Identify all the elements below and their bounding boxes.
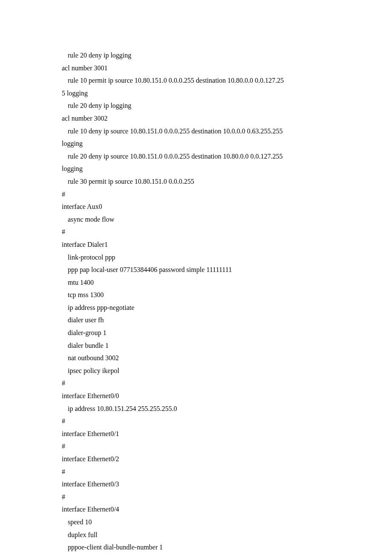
config-line: duplex full: [62, 529, 330, 541]
config-line: logging: [62, 162, 330, 175]
config-line: interface Dialer1: [62, 238, 330, 251]
config-line: rule 20 deny ip logging: [62, 99, 330, 112]
config-document: rule 20 deny ip loggingacl number 3001ru…: [0, 0, 392, 555]
config-line: dialer user fh: [62, 314, 330, 327]
config-line: interface Aux0: [62, 200, 330, 213]
config-line: acl number 3002: [62, 112, 330, 125]
config-line: #: [62, 188, 330, 201]
config-line: ip address 10.80.151.254 255.255.255.0: [62, 402, 330, 415]
config-line: speed 10: [62, 516, 330, 529]
config-line: ip address ppp-negotiate: [62, 301, 330, 314]
config-line: rule 20 deny ip source 10.80.151.0 0.0.0…: [62, 150, 330, 163]
config-line: ipsec policy ikepol: [62, 364, 330, 377]
config-line: #: [62, 491, 330, 503]
config-line: #: [62, 415, 330, 428]
config-line: acl number 3001: [62, 62, 330, 75]
config-line: rule 10 permit ip source 10.80.151.0 0.0…: [62, 74, 330, 87]
config-line: interface Ethernet0/1: [62, 428, 330, 440]
config-line: #: [62, 377, 330, 390]
config-line: mtu 1400: [62, 276, 330, 289]
config-line: async mode flow: [62, 213, 330, 226]
config-line: dialer bundle 1: [62, 339, 330, 352]
config-line: #: [62, 440, 330, 453]
config-line: interface Ethernet0/4: [62, 503, 330, 516]
config-line: interface Ethernet0/3: [62, 478, 330, 491]
config-line: #: [62, 225, 330, 238]
config-line: dialer-group 1: [62, 327, 330, 339]
config-line: rule 20 deny ip logging: [62, 49, 330, 62]
config-line: pppoe-client dial-bundle-number 1: [62, 541, 330, 554]
config-line: tcp mss 1300: [62, 289, 330, 301]
config-line: interface Ethernet0/0: [62, 390, 330, 402]
config-line: ppp pap local-user 07715384406 password …: [62, 263, 330, 276]
config-line: link-protocol ppp: [62, 251, 330, 264]
config-line: rule 10 deny ip source 10.80.151.0 0.0.0…: [62, 125, 330, 138]
config-line: 5 logging: [62, 87, 330, 100]
config-line: #: [62, 465, 330, 478]
config-line: nat outbound 3002: [62, 352, 330, 364]
config-line: logging: [62, 137, 330, 150]
config-line: rule 30 permit ip source 10.80.151.0 0.0…: [62, 175, 330, 188]
config-line: interface Ethernet0/2: [62, 453, 330, 465]
